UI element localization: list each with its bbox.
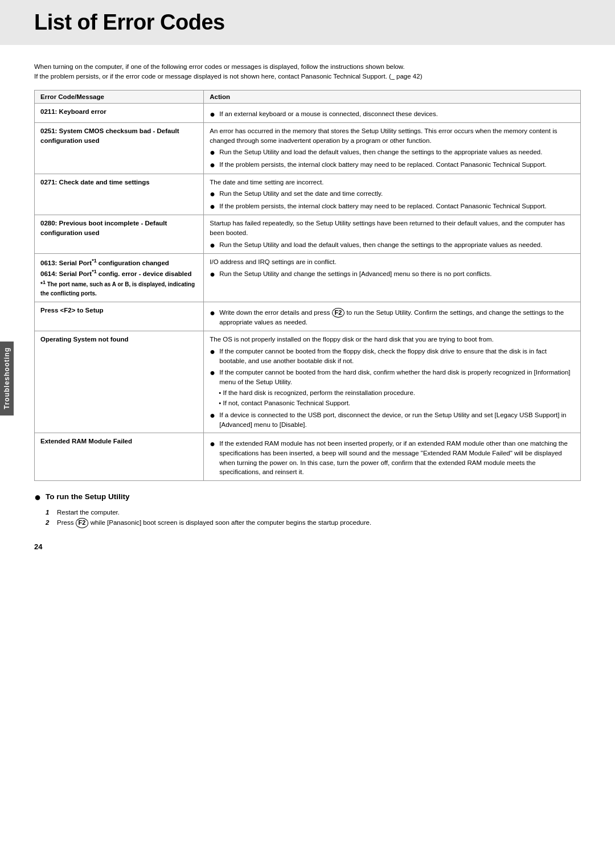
table-row: 0280: Previous boot incomplete - Default… (35, 215, 581, 254)
table-row: Operating System not found The OS is not… (35, 331, 581, 433)
table-header-action: Action (204, 90, 581, 103)
action-os-not-found: The OS is not properly installed on the … (204, 331, 581, 433)
title-bar: List of Error Codes (0, 0, 615, 45)
table-header-code: Error Code/Message (35, 90, 204, 103)
table-row: Press <F2> to Setup ● Write down the err… (35, 302, 581, 331)
intro-paragraph: When turning on the computer, if one of … (34, 62, 581, 82)
setup-title-text: To run the Setup Utility (46, 492, 130, 501)
page-number: 24 (34, 542, 42, 551)
error-code-os-not-found: Operating System not found (35, 331, 204, 433)
table-row: 0271: Check date and time settings The d… (35, 174, 581, 215)
action-0280: Startup has failed repeatedly, so the Se… (204, 215, 581, 254)
action-0271: The date and time setting are incorrect.… (204, 174, 581, 215)
error-code-0271: 0271: Check date and time settings (35, 174, 204, 215)
action-0251: An error has occurred in the memory that… (204, 123, 581, 174)
error-code-0211: 0211: Keyboard error (35, 103, 204, 123)
setup-title: ● To run the Setup Utility (34, 491, 581, 503)
setup-section: ● To run the Setup Utility 1 Restart the… (34, 491, 581, 528)
action-0613: I/O address and IRQ settings are in conf… (204, 254, 581, 302)
error-codes-table: Error Code/Message Action 0211: Keyboard… (34, 90, 581, 481)
table-row: Extended RAM Module Failed ● If the exte… (35, 433, 581, 481)
action-press-f2: ● Write down the error details and press… (204, 302, 581, 331)
table-row: 0613: Serial Port*1 configuration change… (35, 254, 581, 302)
error-code-press-f2: Press <F2> to Setup (35, 302, 204, 331)
table-row: 0211: Keyboard error ● If an external ke… (35, 103, 581, 123)
page-title: List of Error Codes (34, 10, 581, 35)
setup-bullet-icon: ● (34, 491, 41, 503)
error-code-0613: 0613: Serial Port*1 configuration change… (35, 254, 204, 302)
setup-steps: 1 Restart the computer. 2 Press F2 while… (46, 507, 581, 528)
setup-step-2: 2 Press F2 while [Panasonic] boot screen… (46, 517, 581, 528)
action-extended-ram: ● If the extended RAM module has not bee… (204, 433, 581, 481)
error-code-extended-ram: Extended RAM Module Failed (35, 433, 204, 481)
action-0211: ● If an external keyboard or a mouse is … (204, 103, 581, 123)
error-code-0251: 0251: System CMOS checksum bad - Default… (35, 123, 204, 174)
table-row: 0251: System CMOS checksum bad - Default… (35, 123, 581, 174)
setup-step-1: 1 Restart the computer. (46, 507, 581, 517)
error-code-0280: 0280: Previous boot incomplete - Default… (35, 215, 204, 254)
